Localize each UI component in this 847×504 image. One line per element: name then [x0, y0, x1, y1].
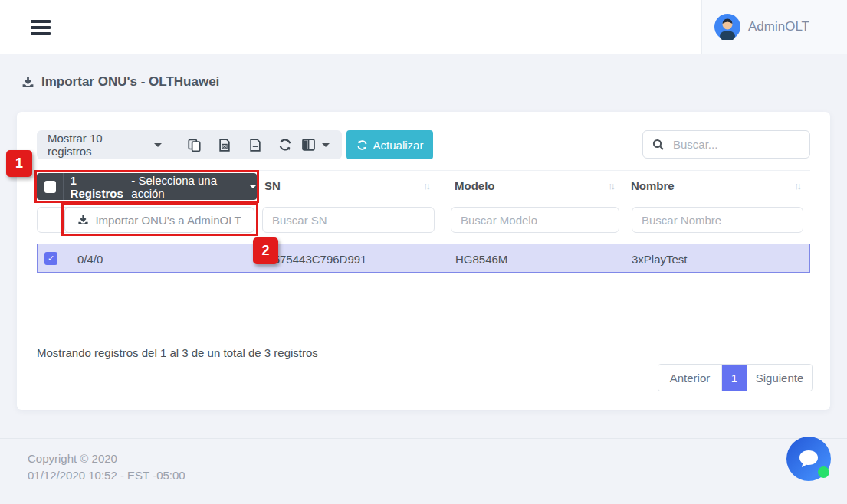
copy-button[interactable] [179, 139, 209, 152]
pagination-prev[interactable]: Anterior [658, 365, 722, 391]
chevron-down-icon [249, 185, 257, 188]
cell-modelo: HG8546M [455, 244, 507, 273]
column-header-nombre[interactable]: Nombre [631, 179, 675, 192]
copyright-text: Copyright © 2020 [28, 452, 117, 465]
import-icon [21, 76, 34, 89]
chevron-down-icon [154, 143, 162, 147]
sn-filter-input[interactable] [262, 207, 435, 233]
page-length-select[interactable]: Mostrar 10 registros [48, 132, 162, 158]
datetime-text: 01/12/2020 10:52 - EST -05:00 [28, 469, 185, 482]
bulk-action-dropdown[interactable]: 1 Registros - Selecciona una acción [37, 173, 257, 200]
sort-icon[interactable]: ↑↓ [423, 180, 428, 191]
select-all-checkbox[interactable] [44, 181, 56, 193]
actualizar-button[interactable]: Actualizar [346, 130, 433, 159]
global-search [642, 130, 810, 159]
user-name: AdminOLT [748, 19, 809, 34]
check-icon: ✓ [48, 254, 54, 263]
excel-export-button[interactable] [209, 139, 240, 152]
pagination-page-1[interactable]: 1 [722, 365, 747, 391]
chat-widget-button[interactable] [786, 437, 831, 481]
cell-nombre: 3xPlayTest [632, 244, 688, 273]
annotation-badge-1: 1 [6, 150, 32, 177]
row-checkbox[interactable]: ✓ [44, 252, 57, 265]
import-icon [77, 214, 89, 226]
chat-bubble-icon [797, 448, 820, 470]
user-menu[interactable]: AdminOLT [701, 0, 847, 54]
column-header-modelo[interactable]: Modelo [455, 179, 495, 192]
search-icon [652, 139, 665, 151]
cell-port: 0/4/0 [77, 244, 103, 273]
search-input[interactable] [671, 137, 790, 152]
table-toolbar: Mostrar 10 registros [37, 130, 342, 159]
sort-icon[interactable]: ↑↓ [794, 180, 799, 191]
import-onus-button[interactable]: Importar ONU's a AdminOLT [64, 207, 254, 233]
pdf-export-button[interactable] [240, 139, 271, 152]
footer-divider [0, 438, 847, 439]
table-top-border [37, 170, 810, 171]
column-visibility-button[interactable] [300, 139, 331, 151]
chevron-down-icon [322, 143, 330, 147]
refresh-button[interactable] [271, 138, 301, 152]
menu-toggle-icon[interactable] [31, 20, 51, 35]
pagination-next[interactable]: Siguiente [747, 365, 812, 391]
refresh-icon [356, 139, 368, 151]
table-info: Mostrando registros del 1 al 3 de un tot… [37, 346, 318, 359]
column-header-sn[interactable]: SN [264, 179, 281, 192]
page-title: Importar ONU's - OLTHuawei [21, 74, 219, 90]
avatar [714, 14, 740, 40]
pagination: Anterior 1 Siguiente [658, 364, 813, 391]
nombre-filter-input[interactable] [632, 207, 803, 233]
sort-icon[interactable]: ↑↓ [608, 180, 613, 191]
annotation-badge-2: 2 [253, 237, 278, 264]
action-label: - Selecciona una acción [131, 174, 243, 200]
modelo-filter-input[interactable] [451, 207, 619, 233]
online-status-dot [818, 466, 829, 478]
selected-count: 1 Registros [71, 174, 128, 200]
table-row[interactable]: ✓ 0/4/0 48575443C796D991 HG8546M 3xPlayT… [37, 244, 810, 273]
